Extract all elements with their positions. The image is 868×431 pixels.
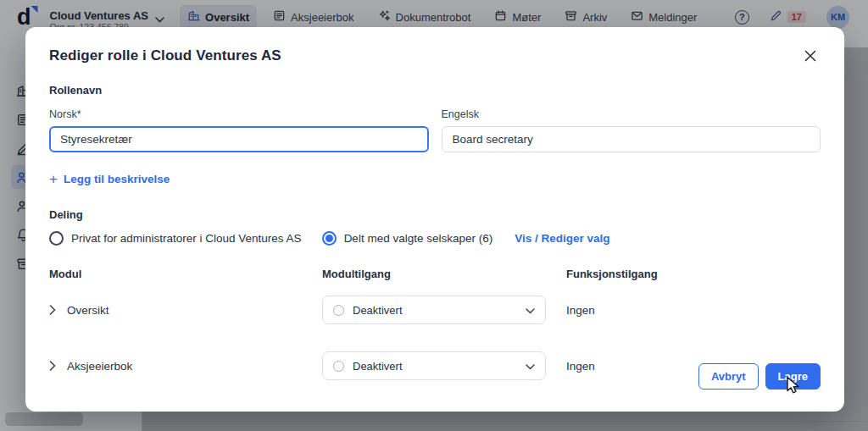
rolename-section-label: Rollenavn [49, 84, 821, 97]
module-row-aksjeeierbok[interactable]: Aksjeeierbok [49, 351, 322, 380]
module-access-select-aksjeeierbok[interactable]: Deaktivert [322, 351, 546, 380]
view-edit-selection-link[interactable]: Vis / Rediger valg [515, 232, 609, 245]
chevron-down-icon [526, 358, 535, 373]
column-header-functions: Funksjonstilgang [566, 268, 821, 296]
sharing-section-label: Deling [49, 208, 821, 221]
norwegian-name-input[interactable] [49, 126, 429, 152]
radio-selected-icon[interactable] [322, 231, 337, 246]
module-row-oversikt[interactable]: Oversikt [49, 296, 322, 324]
norwegian-field-label: Norsk* [49, 108, 429, 120]
add-description-link[interactable]: + Legg til beskrivelse [49, 173, 170, 185]
english-name-input[interactable] [442, 126, 821, 152]
chevron-right-icon[interactable] [49, 361, 56, 371]
close-icon[interactable] [800, 46, 821, 66]
cancel-button[interactable]: Avbryt [698, 363, 759, 390]
function-access-oversikt: Ingen [566, 296, 821, 324]
column-header-module: Modul [49, 268, 322, 296]
radio-private[interactable]: Privat for administratorer i Cloud Ventu… [49, 231, 302, 246]
english-field-label: Engelsk [442, 108, 821, 120]
module-access-select-oversikt[interactable]: Deaktivert [322, 296, 546, 324]
status-circle-icon [333, 361, 344, 372]
edit-role-dialog: Rediger rolle i Cloud Ventures AS Rollen… [25, 27, 844, 412]
dialog-title: Rediger rolle i Cloud Ventures AS [49, 47, 281, 64]
radio-unselected-icon[interactable] [49, 231, 64, 246]
column-header-access: Modultilgang [322, 268, 566, 296]
status-circle-icon [333, 305, 344, 316]
plus-icon: + [49, 174, 58, 185]
chevron-down-icon [526, 302, 535, 318]
chevron-right-icon[interactable] [49, 305, 56, 315]
radio-shared[interactable]: Delt med valgte selskaper (6) [322, 231, 493, 246]
save-button[interactable]: Lagre [765, 363, 821, 390]
